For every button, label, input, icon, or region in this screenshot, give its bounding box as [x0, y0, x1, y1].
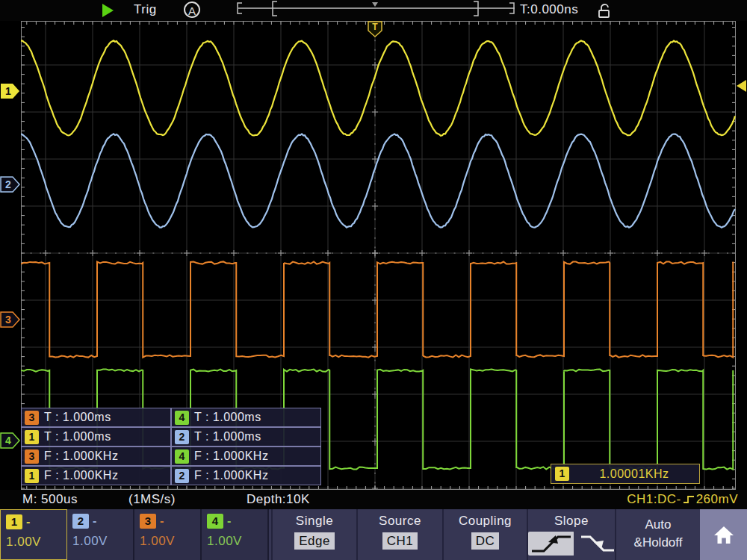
volts-per-div: 1.00V: [140, 534, 200, 549]
menu-auto-holdoff[interactable]: Auto &Holdoff: [615, 509, 700, 560]
svg-text:4: 4: [5, 435, 11, 447]
coupling-symbol: -: [160, 514, 164, 528]
coupling-symbol: -: [93, 514, 96, 528]
channel-4-button[interactable]: 4 - 1.00V: [202, 509, 269, 560]
auto-trigger-mode-icon: A: [184, 1, 200, 18]
measurement-cell: 2 T : 1.000ms: [171, 427, 321, 447]
ch4-badge: 4: [175, 411, 189, 425]
trigger-status-readout: CH1:DC- 260mV: [627, 492, 738, 507]
volts-per-div: 1.00V: [6, 535, 66, 550]
frequency-value: 1.00001KHz: [569, 467, 699, 481]
oscilloscope-ui: Trig A T:0.000ns 3 T : 1.000ms 4 T : 1.0…: [0, 0, 747, 560]
ch1-trace: [21, 40, 735, 135]
ch1-badge: 1: [25, 469, 39, 483]
volts-per-div: 1.00V: [207, 534, 267, 549]
measurement-cell: 3 T : 1.000ms: [21, 408, 171, 427]
ch3-badge: 3: [25, 411, 39, 425]
channel-2-button[interactable]: 2 - 1.00V: [67, 509, 134, 560]
home-button[interactable]: [700, 509, 747, 560]
unlocked-padlock-icon[interactable]: [597, 2, 612, 19]
trigger-time-readout: T:0.000ns: [520, 2, 578, 17]
bottom-menu-bar: 1 - 1.00V 2 - 1.00V 3 - 1.00V 4 - 1.00V …: [0, 509, 747, 560]
view-position-marker: [372, 2, 378, 7]
rising-slope-icon-selected[interactable]: [528, 532, 574, 556]
ch2-badge: 2: [175, 430, 189, 444]
menu-source[interactable]: Source CH1: [356, 509, 442, 560]
ch2-badge: 2: [175, 469, 189, 483]
measurement-cell: 3 F : 1.000KHz: [21, 447, 171, 466]
ch2-zero-marker[interactable]: 2: [0, 176, 21, 194]
ch4-badge: 4: [175, 449, 189, 464]
memory-window-indicator: [234, 0, 519, 19]
measurement-cell: 2 F : 1.000KHz: [171, 466, 321, 485]
ch2-trace: [21, 134, 735, 227]
sample-rate-readout: (1MS/s): [128, 492, 176, 507]
svg-text:3: 3: [5, 314, 11, 326]
timebase-readout: M: 500us: [22, 492, 78, 507]
channel-3-button[interactable]: 3 - 1.00V: [134, 509, 202, 560]
ch1-badge: 1: [555, 467, 569, 481]
falling-slope-icon[interactable]: [580, 532, 615, 556]
svg-text:1: 1: [5, 85, 11, 97]
top-status-bar: Trig A T:0.000ns: [0, 0, 747, 21]
trigger-level-marker[interactable]: [735, 79, 747, 93]
measurement-cell: 1 T : 1.000ms: [21, 427, 171, 447]
bottom-status-bar: M: 500us (1MS/s) Depth:10K CH1:DC- 260mV: [0, 490, 747, 509]
volts-per-div: 1.00V: [72, 534, 133, 549]
measurement-panel: 3 T : 1.000ms 4 T : 1.000ms 1 T : 1.000m…: [21, 408, 321, 485]
measurement-cell: 1 F : 1.000KHz: [21, 466, 171, 485]
ch3-trace: [21, 261, 733, 357]
measurement-cell: 4 F : 1.000KHz: [171, 447, 321, 466]
channel-1-button[interactable]: 1 - 1.00V: [0, 509, 67, 560]
coupling-symbol: -: [26, 515, 30, 529]
svg-text:2: 2: [5, 178, 11, 190]
measurement-cell: 4 T : 1.000ms: [171, 408, 321, 427]
waveform-display-area: 3 T : 1.000ms 4 T : 1.000ms 1 T : 1.000m…: [21, 21, 736, 490]
coupling-symbol: -: [227, 514, 231, 528]
run-state-play-icon[interactable]: [102, 4, 114, 17]
ch1-zero-marker[interactable]: 1: [0, 83, 21, 101]
ch1-badge: 1: [25, 430, 39, 444]
ch4-zero-marker[interactable]: 4: [0, 432, 21, 450]
menu-single-edge[interactable]: Single Edge: [271, 509, 356, 560]
menu-coupling[interactable]: Coupling DC: [442, 509, 527, 560]
trig-label: Trig: [134, 2, 157, 17]
trigger-position-marker[interactable]: T: [368, 21, 382, 38]
ch3-zero-marker[interactable]: 3: [0, 311, 21, 329]
frequency-counter: 1 1.00001KHz: [551, 464, 700, 484]
ch3-badge: 3: [25, 449, 39, 464]
menu-slope[interactable]: Slope: [527, 509, 615, 560]
home-icon: [713, 524, 735, 545]
depth-readout: Depth:10K: [247, 492, 310, 507]
svg-text:T: T: [372, 22, 378, 32]
rising-edge-icon: [683, 494, 695, 505]
